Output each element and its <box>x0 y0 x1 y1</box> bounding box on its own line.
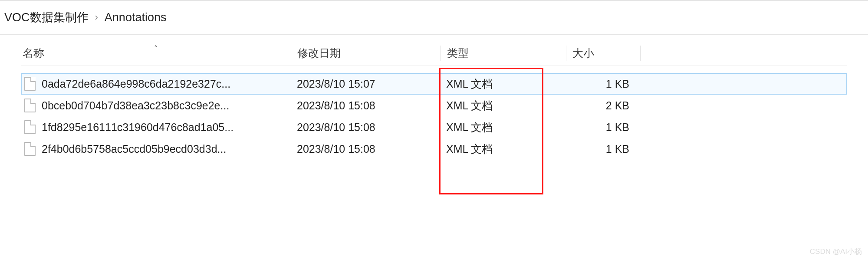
file-icon <box>24 142 36 156</box>
cell-date: 2023/8/10 15:08 <box>291 121 440 134</box>
file-name-label: 0bceb0d704b7d38ea3c23b8c3c9e2e... <box>42 99 229 112</box>
sort-asc-icon: ˄ <box>154 44 158 53</box>
cell-name: 2f4b0d6b5758ac5ccd05b9ecd03d3d... <box>21 142 291 156</box>
cell-size: 2 KB <box>565 99 639 112</box>
file-name-label: 0ada72de6a864e998c6da2192e327c... <box>42 78 230 90</box>
cell-name: 0bceb0d704b7d38ea3c23b8c3c9e2e... <box>21 99 291 112</box>
watermark: CSDN @AI小杨 <box>810 247 862 257</box>
file-rows: 0ada72de6a864e998c6da2192e327c...2023/8/… <box>21 73 847 160</box>
breadcrumb: VOC数据集制作 › Annotations <box>0 1 868 34</box>
cell-date: 2023/8/10 15:08 <box>291 143 440 155</box>
file-icon <box>24 77 36 91</box>
column-header-name[interactable]: ˄ 名称 <box>21 46 291 60</box>
cell-name: 0ada72de6a864e998c6da2192e327c... <box>21 77 291 91</box>
cell-size: 1 KB <box>565 121 639 134</box>
file-icon <box>24 120 36 134</box>
file-icon <box>24 99 36 112</box>
column-header-size[interactable]: 大小 <box>566 46 640 60</box>
cell-size: 1 KB <box>565 78 639 90</box>
breadcrumb-parent[interactable]: VOC数据集制作 <box>4 10 89 25</box>
column-header-name-label: 名称 <box>23 46 44 60</box>
file-name-label: 2f4b0d6b5758ac5ccd05b9ecd03d3d... <box>42 143 226 155</box>
file-table: ˄ 名称 修改日期 类型 大小 0ada72de6a864e998c6da219… <box>0 35 868 160</box>
cell-type: XML 文档 <box>440 77 565 91</box>
table-row[interactable]: 2f4b0d6b5758ac5ccd05b9ecd03d3d...2023/8/… <box>21 138 847 160</box>
file-name-label: 1fd8295e16111c31960d476c8ad1a05... <box>42 121 233 134</box>
table-row[interactable]: 0ada72de6a864e998c6da2192e327c...2023/8/… <box>21 73 847 95</box>
table-row[interactable]: 1fd8295e16111c31960d476c8ad1a05...2023/8… <box>21 116 847 138</box>
cell-type: XML 文档 <box>440 99 565 113</box>
cell-type: XML 文档 <box>440 120 565 135</box>
column-header-date[interactable]: 修改日期 <box>291 46 441 60</box>
cell-size: 1 KB <box>565 143 639 155</box>
cell-name: 1fd8295e16111c31960d476c8ad1a05... <box>21 120 291 134</box>
cell-date: 2023/8/10 15:07 <box>291 78 440 90</box>
chevron-right-icon: › <box>95 12 98 23</box>
cell-date: 2023/8/10 15:08 <box>291 99 440 112</box>
breadcrumb-current[interactable]: Annotations <box>105 11 167 24</box>
column-separator[interactable] <box>640 46 641 61</box>
column-header-type[interactable]: 类型 <box>441 46 566 60</box>
columns-header: ˄ 名称 修改日期 类型 大小 <box>21 41 847 66</box>
table-row[interactable]: 0bceb0d704b7d38ea3c23b8c3c9e2e...2023/8/… <box>21 95 847 116</box>
cell-type: XML 文档 <box>440 142 565 156</box>
